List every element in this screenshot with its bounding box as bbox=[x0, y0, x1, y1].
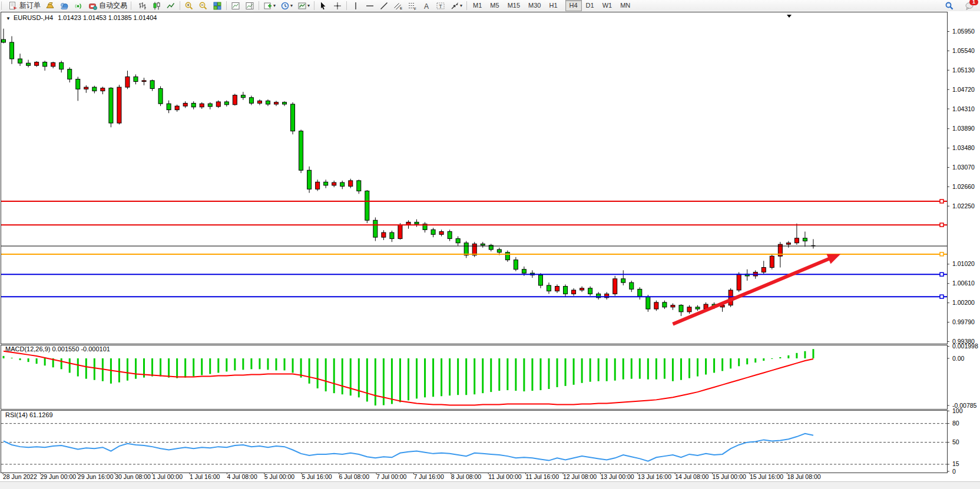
timeframe-button-M5[interactable]: M5 bbox=[486, 0, 503, 11]
svg-text:1.00610: 1.00610 bbox=[952, 280, 975, 287]
svg-text:1.03890: 1.03890 bbox=[952, 125, 975, 132]
cursor-icon bbox=[319, 1, 328, 11]
cursor-button[interactable] bbox=[316, 0, 330, 11]
crosshair-icon bbox=[333, 1, 342, 11]
svg-text:12 Jul 08:00: 12 Jul 08:00 bbox=[563, 473, 597, 480]
trendline-button[interactable] bbox=[377, 0, 391, 11]
market-watch-icon bbox=[45, 1, 55, 11]
chevron-down-icon: ▾ bbox=[460, 3, 462, 8]
text-icon: A bbox=[422, 1, 431, 11]
market-watch-button[interactable] bbox=[43, 0, 57, 11]
text-label-button[interactable]: T bbox=[433, 0, 448, 11]
toolbar-grip[interactable] bbox=[131, 2, 134, 9]
crosshair-button[interactable] bbox=[330, 0, 345, 11]
chart-canvas[interactable]: 1.059501.055401.051301.047201.043101.038… bbox=[0, 11, 980, 489]
chart-bars-icon bbox=[138, 1, 147, 11]
new-order-icon bbox=[8, 1, 18, 11]
cascade-charts-button[interactable] bbox=[243, 0, 257, 11]
symbol-dropdown-icon[interactable]: ▼ bbox=[6, 16, 11, 21]
status-bar bbox=[0, 481, 980, 489]
arrange-charts-icon bbox=[231, 1, 240, 11]
timeframe-button-H1[interactable]: H1 bbox=[545, 0, 561, 11]
chart-window: 1.059501.055401.051301.047201.043101.038… bbox=[0, 11, 980, 489]
svg-text:15 Jul 16:00: 15 Jul 16:00 bbox=[750, 473, 783, 480]
tile-windows-button[interactable] bbox=[210, 0, 224, 11]
arrange-charts-button[interactable] bbox=[229, 0, 243, 11]
timeframe-button-M30[interactable]: M30 bbox=[524, 0, 545, 11]
chart-profile-button[interactable]: ▾ bbox=[295, 0, 312, 11]
chart-candles-icon bbox=[152, 1, 161, 11]
fibonacci-icon: F bbox=[408, 1, 417, 11]
svg-text:8 Jul 08:00: 8 Jul 08:00 bbox=[451, 473, 482, 480]
new-order-button[interactable]: 新订单 bbox=[6, 0, 43, 11]
add-chart-button[interactable]: ▾ bbox=[261, 0, 278, 11]
timeframe-button-H4[interactable]: H4 bbox=[565, 0, 582, 11]
community-button[interactable] bbox=[57, 0, 71, 11]
signals-button[interactable] bbox=[71, 0, 85, 11]
timeframe-group: M1M5M15M30H1H4D1W1MN bbox=[469, 0, 634, 11]
equidistant-channel-button[interactable]: E bbox=[391, 0, 405, 11]
timeframe-button-D1[interactable]: D1 bbox=[582, 0, 598, 11]
svg-text:1.05950: 1.05950 bbox=[952, 28, 975, 35]
vertical-line-button[interactable] bbox=[349, 0, 363, 11]
chart-bars-button[interactable] bbox=[135, 0, 150, 11]
timeframe-button-M1[interactable]: M1 bbox=[469, 0, 486, 11]
period-clock-button[interactable]: ▾ bbox=[278, 0, 295, 11]
zoom-in-button[interactable] bbox=[182, 0, 196, 11]
svg-text:1 Jul 00:00: 1 Jul 00:00 bbox=[153, 473, 183, 480]
horizontal-line-button[interactable] bbox=[363, 0, 377, 11]
svg-text:18 Jul 08:00: 18 Jul 08:00 bbox=[787, 473, 820, 480]
svg-text:1.03070: 1.03070 bbox=[952, 164, 975, 171]
svg-text:0: 0 bbox=[952, 468, 956, 475]
zoom-out-icon bbox=[198, 1, 208, 11]
symbol-period: EURUSD-,H4 bbox=[14, 14, 53, 21]
svg-text:5 Jul 16:00: 5 Jul 16:00 bbox=[302, 473, 332, 480]
fibonacci-button[interactable]: F bbox=[405, 0, 419, 11]
text-label-icon: T bbox=[436, 1, 445, 11]
search-button[interactable] bbox=[942, 0, 956, 11]
svg-text:14 Jul 08:00: 14 Jul 08:00 bbox=[675, 473, 708, 480]
chat-button[interactable]: 1 bbox=[962, 0, 976, 11]
timeframe-button-M15[interactable]: M15 bbox=[504, 0, 524, 11]
svg-text:0.00: 0.00 bbox=[952, 355, 965, 362]
svg-text:1.04720: 1.04720 bbox=[952, 86, 975, 93]
svg-text:28 Jun 2022: 28 Jun 2022 bbox=[3, 473, 37, 480]
text-button[interactable]: A bbox=[419, 0, 433, 11]
timeframe-button-MN[interactable]: MN bbox=[616, 0, 634, 11]
timeframe-button-W1[interactable]: W1 bbox=[598, 0, 617, 11]
trendline-icon bbox=[379, 1, 389, 11]
arrows-button[interactable]: ▾ bbox=[448, 0, 465, 11]
ohlc-quotes: 1.01423 1.01453 1.01385 1.01404 bbox=[58, 14, 157, 21]
auto-trading-label: 自动交易 bbox=[99, 1, 127, 11]
chart-profile-icon bbox=[297, 1, 307, 11]
svg-text:100: 100 bbox=[952, 407, 963, 414]
notification-badge: 1 bbox=[969, 0, 978, 5]
auto-trading-button[interactable]: 自动交易 bbox=[85, 0, 130, 11]
svg-text:29 Jun 00:00: 29 Jun 00:00 bbox=[40, 473, 76, 480]
chart-candles-button[interactable] bbox=[150, 0, 164, 11]
zoom-out-button[interactable] bbox=[196, 0, 210, 11]
period-clock-icon bbox=[280, 1, 290, 11]
chevron-down-icon: ▾ bbox=[307, 3, 310, 8]
toolbar: 新订单 自动交易 ▾ ▾ bbox=[0, 0, 980, 12]
chart-line-button[interactable] bbox=[164, 0, 178, 11]
svg-text:15 Jul 00:00: 15 Jul 00:00 bbox=[713, 473, 746, 480]
rsi-label: RSI(14) 61.1269 bbox=[5, 411, 53, 418]
svg-text:29 Jun 16:00: 29 Jun 16:00 bbox=[78, 473, 114, 480]
vertical-line-icon bbox=[351, 1, 360, 11]
svg-text:4 Jul 08:00: 4 Jul 08:00 bbox=[227, 473, 257, 480]
arrows-icon bbox=[450, 1, 459, 11]
svg-text:50: 50 bbox=[952, 438, 959, 445]
toolbar-grip[interactable] bbox=[1, 2, 5, 9]
svg-text:1.03480: 1.03480 bbox=[952, 144, 975, 151]
svg-text:1.04310: 1.04310 bbox=[952, 105, 975, 112]
svg-text:7 Jul 00:00: 7 Jul 00:00 bbox=[376, 473, 407, 480]
svg-text:1.05540: 1.05540 bbox=[952, 47, 975, 54]
svg-text:1.00200: 1.00200 bbox=[952, 299, 975, 306]
tile-windows-icon bbox=[213, 1, 222, 11]
auto-trading-icon bbox=[88, 1, 97, 11]
svg-text:11 Jul 16:00: 11 Jul 16:00 bbox=[526, 473, 559, 480]
svg-text:1.02250: 1.02250 bbox=[952, 202, 975, 209]
svg-text:7 Jul 16:00: 7 Jul 16:00 bbox=[413, 473, 444, 480]
svg-text:15: 15 bbox=[952, 460, 959, 467]
